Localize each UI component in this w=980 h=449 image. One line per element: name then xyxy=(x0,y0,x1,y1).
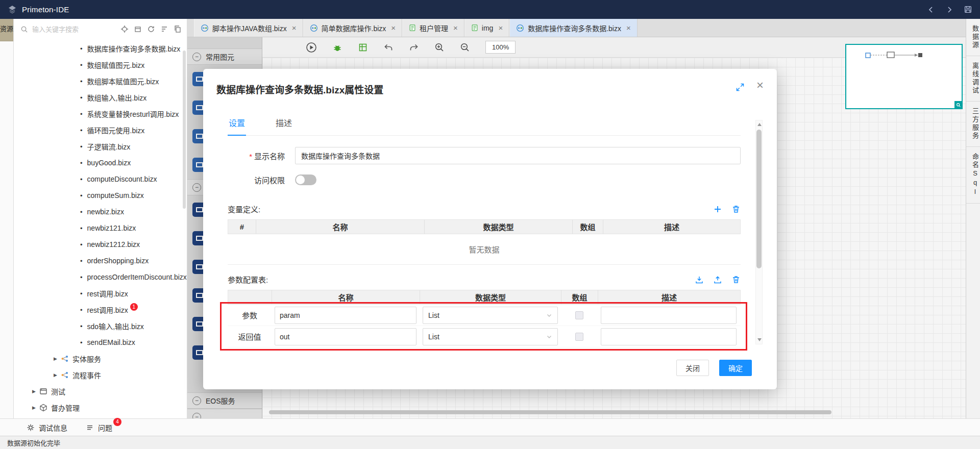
palette-group-common[interactable]: − 常用图元 xyxy=(187,48,262,65)
bullet-icon: • xyxy=(80,273,83,281)
tab-description[interactable]: 描述 xyxy=(275,111,293,135)
collapse-icon[interactable]: − xyxy=(192,53,201,61)
param-array-checkbox[interactable] xyxy=(575,311,583,319)
bullet-icon: • xyxy=(80,257,83,265)
display-name-input[interactable] xyxy=(295,147,741,164)
tree-item-file[interactable]: •newbiz121.bizx xyxy=(14,220,187,236)
tree-item-file[interactable]: •rest调用.bizx xyxy=(14,285,187,302)
locate-icon[interactable] xyxy=(120,25,129,34)
strip-tab-named-sql[interactable]: 命名Sql xyxy=(966,147,980,204)
tree-item-file[interactable]: •数组赋值图元.bizx xyxy=(14,57,187,73)
dialog-scrollbar[interactable] xyxy=(755,120,763,344)
import-icon[interactable] xyxy=(695,275,704,284)
palette-group-eos[interactable]: − EOS服务 xyxy=(187,392,262,409)
bullet-icon: • xyxy=(80,159,83,167)
close-button[interactable]: 关闭 xyxy=(676,360,709,376)
zoom-in-icon[interactable] xyxy=(434,42,445,53)
export-icon[interactable] xyxy=(713,275,722,284)
param-desc-input[interactable] xyxy=(601,307,737,324)
collapse-icon[interactable]: − xyxy=(192,183,201,192)
resources-strip-tab[interactable]: 资源 xyxy=(0,19,13,41)
copy-icon[interactable] xyxy=(173,25,182,34)
nav-forward-icon[interactable] xyxy=(944,5,954,15)
tree-item-file[interactable]: •数据库操作查询多条数据.bizx xyxy=(14,40,187,57)
undo-icon[interactable] xyxy=(383,42,394,53)
tab-close-icon[interactable]: × xyxy=(626,24,631,32)
horizontal-scrollbar[interactable] xyxy=(269,410,831,414)
scroll-down-icon[interactable] xyxy=(757,338,762,341)
tree-item-file[interactable]: •computeSum.bizx xyxy=(14,187,187,204)
tree-item-folder[interactable]: ▶ 流程事件 xyxy=(14,367,187,383)
tree-item-file[interactable]: •sdo输入,输出.bizx xyxy=(14,318,187,334)
params-title: 参数配置表: xyxy=(228,274,268,285)
run-icon[interactable] xyxy=(306,42,317,53)
access-toggle[interactable] xyxy=(295,174,316,185)
tree-item-file[interactable]: •数组输入,输出.bizx xyxy=(14,89,187,106)
tree-item-file[interactable]: •buyGood.bizx xyxy=(14,155,187,171)
add-variable-icon[interactable] xyxy=(713,205,722,214)
delete-param-icon[interactable] xyxy=(731,275,741,284)
tree-item-file[interactable]: •循环图元使用.bizx xyxy=(14,122,187,138)
param-array-checkbox[interactable] xyxy=(575,333,583,341)
editor-tab[interactable]: img × xyxy=(464,19,509,37)
nav-back-icon[interactable] xyxy=(926,5,936,15)
param-name-input[interactable] xyxy=(275,328,416,345)
search-input[interactable] xyxy=(32,26,116,33)
strip-tab-offline-debug[interactable]: 离线调试 xyxy=(966,56,980,102)
package-icon[interactable] xyxy=(133,25,142,34)
editor-tab-active[interactable]: 数据库操作查询多条数据.bizx × xyxy=(509,19,638,37)
param-desc-input[interactable] xyxy=(601,328,737,345)
tab-settings[interactable]: 设置 xyxy=(228,111,246,136)
data-table-icon[interactable] xyxy=(358,42,368,53)
collapse-icon[interactable]: − xyxy=(192,413,201,419)
tree-scrollbar[interactable] xyxy=(183,51,186,209)
debug-info-tab[interactable]: 调试信息 xyxy=(27,422,67,433)
sort-icon[interactable] xyxy=(160,25,168,34)
minimap-zoom-handle[interactable] xyxy=(954,101,963,109)
strip-tab-third-party[interactable]: 三方服务 xyxy=(966,102,980,147)
tree-item-file[interactable]: •rest调用.bizx1 xyxy=(14,302,187,318)
editor-tab[interactable]: 简单数据库操作.bizx × xyxy=(303,19,403,37)
tab-close-icon[interactable]: × xyxy=(292,24,297,32)
tree-item-file[interactable]: •子逻辑流.bizx xyxy=(14,138,187,155)
palette-group-partial[interactable]: − xyxy=(187,409,262,418)
tab-close-icon[interactable]: × xyxy=(453,24,458,32)
param-name-input[interactable] xyxy=(275,307,416,324)
editor-tab[interactable]: 脚本操作JAVA数组.bizx × xyxy=(194,19,303,37)
debug-icon[interactable] xyxy=(332,42,342,53)
tree-item-root[interactable]: ▶ 测试 xyxy=(14,383,187,400)
zoom-level[interactable]: 100% xyxy=(485,41,516,54)
close-icon[interactable]: × xyxy=(756,79,764,91)
col-datatype: 数据类型 xyxy=(425,220,573,234)
tree-item-file[interactable]: •computeDiscount.bizx xyxy=(14,171,187,187)
redo-icon[interactable] xyxy=(409,42,419,53)
tree-item-file[interactable]: •newbiz.bizx xyxy=(14,204,187,220)
save-icon[interactable] xyxy=(963,5,973,15)
confirm-button[interactable]: 确定 xyxy=(719,360,752,376)
fullscreen-icon[interactable] xyxy=(736,83,744,91)
param-type-select[interactable]: List xyxy=(423,328,558,345)
collapse-icon[interactable]: − xyxy=(192,396,201,405)
scroll-up-icon[interactable] xyxy=(757,123,762,126)
refresh-icon[interactable] xyxy=(146,25,155,34)
problems-tab[interactable]: 问题 4 xyxy=(86,422,112,433)
tree-item-file[interactable]: •数组脚本赋值图元.bizx xyxy=(14,73,187,89)
delete-variable-icon[interactable] xyxy=(731,205,741,214)
tab-close-icon[interactable]: × xyxy=(498,24,503,32)
tree-item-file[interactable]: •sendEMail.bizx xyxy=(14,334,187,351)
strip-tab-datasource[interactable]: 数据源 xyxy=(966,19,980,56)
tree-item-root[interactable]: ▶ 督办管理 xyxy=(14,400,187,416)
minimap[interactable] xyxy=(845,44,963,109)
tree-item-file[interactable]: •processOrderItemDiscount.bizx xyxy=(14,269,187,285)
editor-tab[interactable]: 租户管理 × xyxy=(402,19,464,37)
tree-item-folder[interactable]: ▶ 实体服务 xyxy=(14,351,187,367)
tab-close-icon[interactable]: × xyxy=(391,24,396,32)
tree-item-file[interactable]: •newbiz1212.bizx xyxy=(14,236,187,253)
params-table: 名称 数据类型 数组 描述 参数 List xyxy=(228,290,741,347)
tree-item-file[interactable]: •系统变量替换resturl调用.bizx xyxy=(14,106,187,122)
zoom-out-icon[interactable] xyxy=(460,42,470,53)
param-type-select[interactable]: List xyxy=(423,307,558,324)
display-name-row: *显示名称 xyxy=(228,147,741,164)
tree-item-file[interactable]: •orderShopping.bizx xyxy=(14,253,187,269)
scroll-thumb[interactable] xyxy=(756,130,762,268)
